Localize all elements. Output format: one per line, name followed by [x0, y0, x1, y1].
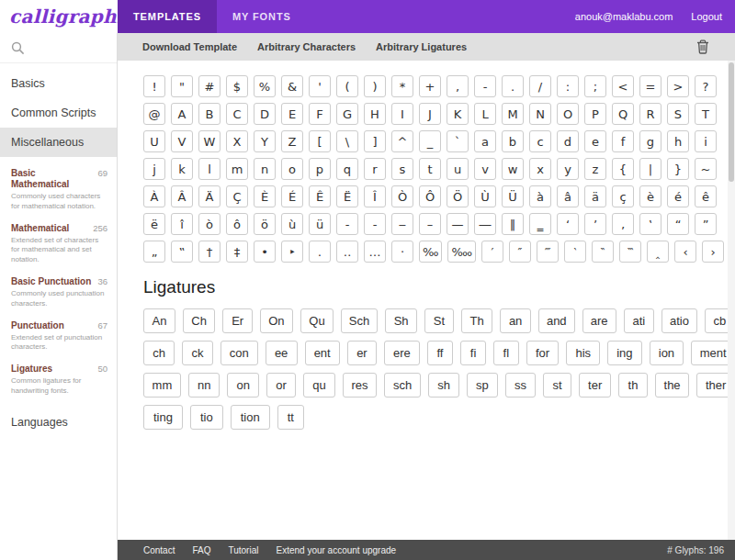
template-item-basic-punctuation[interactable]: Basic Punctuation36Commonly used punctua…	[0, 271, 117, 315]
char-chip[interactable]: %	[254, 75, 276, 97]
char-chip[interactable]: z	[584, 158, 606, 180]
char-chip[interactable]: Ç	[226, 185, 248, 207]
ligature-chip[interactable]: tion	[231, 405, 270, 430]
char-chip[interactable]: c	[529, 130, 551, 152]
char-chip[interactable]: F	[309, 103, 331, 125]
char-chip[interactable]: …	[364, 241, 386, 263]
char-chip[interactable]: é	[667, 185, 689, 207]
char-chip[interactable]: V	[171, 130, 193, 152]
ligature-chip[interactable]: th	[618, 373, 647, 398]
char-chip[interactable]: ê	[695, 185, 717, 207]
char-chip[interactable]: m	[226, 158, 248, 180]
logo[interactable]: calligraphr	[0, 0, 118, 33]
ligature-chip[interactable]: res	[343, 373, 378, 398]
char-chip[interactable]: ‷	[619, 241, 641, 263]
char-chip[interactable]: ç	[612, 185, 634, 207]
char-chip[interactable]: C	[226, 103, 248, 125]
footer-link-faq[interactable]: FAQ	[192, 545, 210, 555]
char-chip[interactable]: Ü	[502, 185, 524, 207]
delete-template-button[interactable]	[696, 39, 720, 54]
char-chip[interactable]: y	[557, 158, 579, 180]
sidebar-item-languages[interactable]: Languages	[0, 408, 117, 437]
char-chip[interactable]: v	[474, 158, 496, 180]
char-chip[interactable]: t	[419, 158, 441, 180]
char-chip[interactable]: @	[143, 103, 165, 125]
char-chip[interactable]: E	[281, 103, 303, 125]
char-chip[interactable]: ″	[509, 241, 531, 263]
template-item-basic-mathematical[interactable]: Basic Mathematical69Commonly used charac…	[0, 162, 117, 218]
char-chip[interactable]: <	[612, 75, 634, 97]
ligature-chip[interactable]: ati	[624, 308, 654, 333]
char-chip[interactable]: À	[143, 185, 165, 207]
char-chip[interactable]: l	[198, 158, 220, 180]
ligature-chip[interactable]: ck	[182, 341, 213, 365]
scrollbar[interactable]	[728, 61, 735, 540]
char-chip[interactable]: ?	[695, 75, 717, 97]
char-chip[interactable]: h	[667, 130, 689, 152]
char-chip[interactable]: ›	[702, 241, 724, 263]
char-chip[interactable]: S	[667, 103, 689, 125]
char-chip[interactable]: o	[281, 158, 303, 180]
char-chip[interactable]: †	[198, 241, 220, 263]
char-chip[interactable]: Î	[364, 185, 386, 207]
char-chip[interactable]: ö	[254, 213, 276, 235]
ligature-chip[interactable]: sp	[467, 373, 498, 398]
char-chip[interactable]: Y	[254, 130, 276, 152]
ligature-chip[interactable]: ff	[427, 341, 453, 365]
char-chip[interactable]: .	[502, 75, 524, 97]
char-chip[interactable]: ^	[391, 130, 413, 152]
ligature-chip[interactable]: er	[347, 341, 377, 365]
char-chip[interactable]: ․	[309, 241, 331, 263]
char-chip[interactable]: È	[254, 185, 276, 207]
char-chip[interactable]: P	[584, 103, 606, 125]
char-chip[interactable]: |	[639, 158, 662, 180]
char-chip[interactable]: d	[557, 130, 579, 152]
char-chip[interactable]: [	[309, 130, 331, 152]
ligature-chip[interactable]: for	[526, 341, 560, 365]
char-chip[interactable]: `	[447, 130, 469, 152]
ligature-chip[interactable]: fi	[460, 341, 486, 365]
char-chip[interactable]: !	[143, 75, 165, 97]
char-chip[interactable]: j	[143, 158, 165, 180]
char-chip[interactable]: ‑	[364, 213, 386, 235]
tab-my-fonts[interactable]: MY FONTS	[217, 0, 307, 33]
char-chip[interactable]: —	[447, 213, 469, 235]
char-chip[interactable]: g	[639, 130, 662, 152]
template-item-punctuation[interactable]: Punctuation67Extended set of punctuation…	[0, 315, 117, 359]
ligature-chip[interactable]: ent	[305, 341, 340, 365]
ligature-chip[interactable]: Sch	[341, 308, 378, 333]
char-chip[interactable]: M	[502, 103, 524, 125]
char-chip[interactable]: ―	[474, 213, 496, 235]
char-chip[interactable]: b	[502, 130, 524, 152]
footer-link-extend-your-account-upgrade[interactable]: Extend your account upgrade	[276, 545, 396, 555]
ligature-chip[interactable]: ee	[266, 341, 298, 365]
ligature-chip[interactable]: an	[500, 308, 531, 333]
char-chip[interactable]: ~	[695, 158, 717, 180]
char-chip[interactable]: q	[336, 158, 358, 180]
sidebar-item-common-scripts[interactable]: Common Scripts	[0, 98, 117, 128]
ligature-chip[interactable]: ting	[143, 405, 183, 430]
char-chip[interactable]: D	[254, 103, 276, 125]
char-chip[interactable]: f	[612, 130, 634, 152]
char-chip[interactable]: A	[171, 103, 193, 125]
char-chip[interactable]: ‘	[557, 213, 579, 235]
char-chip[interactable]: Ö	[447, 185, 469, 207]
char-chip[interactable]: “	[667, 213, 689, 235]
char-chip[interactable]: H	[364, 103, 386, 125]
ligature-chip[interactable]: Er	[222, 308, 253, 333]
ligature-chip[interactable]: tt	[277, 405, 304, 430]
char-chip[interactable]: ô	[226, 213, 248, 235]
char-chip[interactable]: p	[309, 158, 331, 180]
ligature-chip[interactable]: atio	[662, 308, 697, 333]
ligature-chip[interactable]: St	[424, 308, 454, 333]
char-chip[interactable]: (	[336, 75, 358, 97]
char-chip[interactable]: =	[639, 75, 662, 97]
char-chip[interactable]: ‥	[336, 241, 358, 263]
ligature-chip[interactable]: Qu	[300, 308, 334, 333]
char-chip[interactable]: N	[529, 103, 551, 125]
char-chip[interactable]: •	[254, 241, 276, 263]
ligature-chip[interactable]: his	[566, 341, 600, 365]
char-chip[interactable]: ‧	[391, 241, 413, 263]
char-chip[interactable]: x	[529, 158, 551, 180]
char-chip[interactable]: J	[419, 103, 441, 125]
